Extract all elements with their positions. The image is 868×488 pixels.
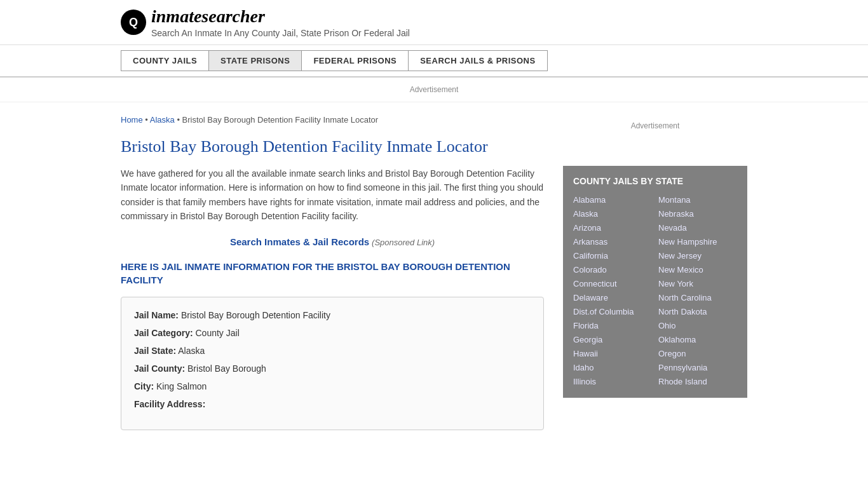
info-row-city: City: King Salmon: [134, 381, 531, 391]
info-label-state: Jail State:: [134, 346, 176, 356]
state-link[interactable]: Alabama: [573, 194, 652, 206]
nav-federal-prisons[interactable]: FEDERAL PRISONS: [302, 50, 409, 71]
info-label-category: Jail Category:: [134, 328, 193, 338]
search-link-area: Search Inmates & Jail Records (Sponsored…: [121, 236, 544, 247]
state-link[interactable]: New York: [658, 278, 737, 290]
body-text: We have gathered for you all the availab…: [121, 166, 544, 224]
state-link[interactable]: Georgia: [573, 334, 652, 346]
info-label-address: Facility Address:: [134, 399, 205, 409]
state-link[interactable]: Arkansas: [573, 236, 652, 248]
sidebar: Advertisement COUNTY JAILS BY STATE Alab…: [563, 102, 747, 443]
states-col-right: MontanaNebraskaNevadaNew HampshireNew Je…: [658, 194, 737, 388]
state-link[interactable]: Delaware: [573, 292, 652, 304]
state-link[interactable]: New Mexico: [658, 264, 737, 276]
logo-text-italic: searcher: [201, 6, 265, 26]
info-value-state-text: Alaska: [178, 346, 205, 356]
state-link[interactable]: Nevada: [658, 222, 737, 234]
tagline: Search An Inmate In Any County Jail, Sta…: [151, 28, 410, 38]
state-link[interactable]: New Hampshire: [658, 236, 737, 248]
logo-symbol: Q: [129, 16, 138, 29]
county-jails-box: COUNTY JAILS BY STATE AlabamaAlaskaArizo…: [563, 166, 747, 398]
breadcrumb: Home • Alaska • Bristol Bay Borough Dete…: [121, 115, 544, 125]
info-value-county-text: Bristol Bay Borough: [187, 363, 266, 374]
header: Q inmatesearcher Search An Inmate In Any…: [0, 0, 868, 45]
info-label-county: Jail County:: [134, 363, 185, 374]
county-jails-title: COUNTY JAILS BY STATE: [573, 176, 737, 186]
state-link[interactable]: Oregon: [658, 348, 737, 360]
state-link[interactable]: North Dakota: [658, 306, 737, 318]
breadcrumb-sep2: •: [177, 115, 182, 125]
ad-banner: Advertisement: [0, 78, 868, 102]
nav-county-jails[interactable]: COUNTY JAILS: [121, 50, 209, 71]
main-layout: Home • Alaska • Bristol Bay Borough Dete…: [0, 102, 868, 443]
breadcrumb-home[interactable]: Home: [121, 115, 143, 125]
logo-text-block: inmatesearcher Search An Inmate In Any C…: [151, 6, 410, 38]
nav-state-prisons[interactable]: STATE PRISONS: [209, 50, 302, 71]
info-row-name: Jail Name: Bristol Bay Borough Detention…: [134, 310, 531, 320]
state-link[interactable]: Ohio: [658, 320, 737, 332]
info-label-city: City:: [134, 381, 154, 391]
state-link[interactable]: Rhode Island: [658, 376, 737, 388]
search-inmates-link[interactable]: Search Inmates & Jail Records: [230, 236, 369, 247]
sponsored-text: (Sponsored Link): [372, 238, 435, 247]
state-link[interactable]: Florida: [573, 320, 652, 332]
section-heading: HERE IS JAIL INMATE INFORMATION FOR THE …: [121, 260, 544, 287]
info-value-category-text: County Jail: [195, 328, 239, 338]
breadcrumb-state[interactable]: Alaska: [150, 115, 175, 125]
state-link[interactable]: Idaho: [573, 362, 652, 374]
state-link[interactable]: Hawaii: [573, 348, 652, 360]
state-link[interactable]: California: [573, 250, 652, 262]
info-value-name-text: Bristol Bay Borough Detention Facility: [181, 310, 330, 320]
state-link[interactable]: Connecticut: [573, 278, 652, 290]
info-label-name: Jail Name:: [134, 310, 179, 320]
page-title: Bristol Bay Borough Detention Facility I…: [121, 137, 544, 156]
info-value-city-text: King Salmon: [156, 381, 207, 391]
logo-text: inmatesearcher: [151, 6, 410, 27]
states-col-left: AlabamaAlaskaArizonaArkansasCaliforniaCo…: [573, 194, 652, 388]
state-link[interactable]: Dist.of Columbia: [573, 306, 652, 318]
nav-bar: COUNTY JAILS STATE PRISONS FEDERAL PRISO…: [0, 45, 868, 78]
state-link[interactable]: Montana: [658, 194, 737, 206]
info-row-address: Facility Address:: [134, 399, 531, 409]
content-area: Home • Alaska • Bristol Bay Borough Dete…: [121, 102, 544, 443]
state-link[interactable]: Illinois: [573, 376, 652, 388]
breadcrumb-current: Bristol Bay Borough Detention Facility I…: [182, 115, 379, 125]
state-grid: AlabamaAlaskaArizonaArkansasCaliforniaCo…: [573, 194, 737, 388]
info-card: Jail Name: Bristol Bay Borough Detention…: [121, 297, 544, 430]
nav-search-jails[interactable]: SEARCH JAILS & PRISONS: [409, 50, 547, 71]
state-link[interactable]: New Jersey: [658, 250, 737, 262]
logo-icon: Q: [121, 10, 146, 35]
info-row-county: Jail County: Bristol Bay Borough: [134, 363, 531, 374]
logo-area: Q inmatesearcher Search An Inmate In Any…: [121, 6, 747, 38]
state-link[interactable]: Oklahoma: [658, 334, 737, 346]
state-link[interactable]: Arizona: [573, 222, 652, 234]
state-link[interactable]: Colorado: [573, 264, 652, 276]
info-row-state: Jail State: Alaska: [134, 346, 531, 356]
state-link[interactable]: Pennsylvania: [658, 362, 737, 374]
state-link[interactable]: Alaska: [573, 208, 652, 220]
breadcrumb-sep1: •: [145, 115, 149, 125]
info-row-category: Jail Category: County Jail: [134, 328, 531, 338]
state-link[interactable]: Nebraska: [658, 208, 737, 220]
logo-text-plain: inmate: [151, 6, 201, 26]
state-link[interactable]: North Carolina: [658, 292, 737, 304]
sidebar-ad: Advertisement: [563, 115, 747, 153]
